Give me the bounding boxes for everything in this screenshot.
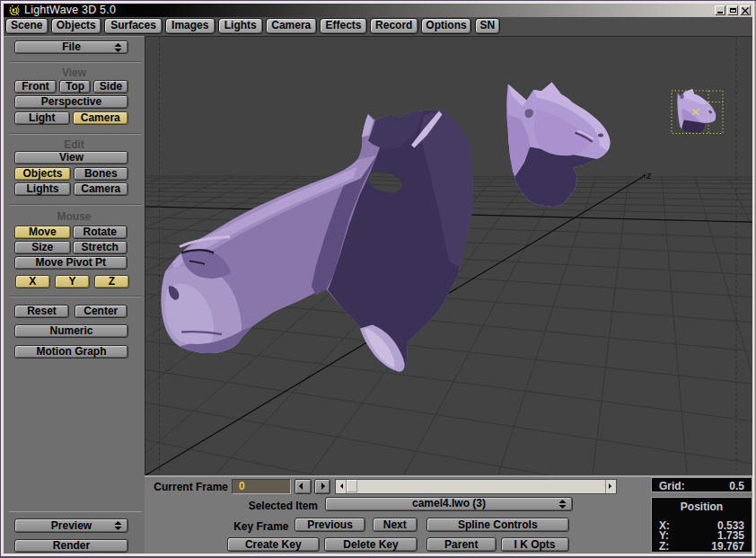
svg-text:+Z: +Z xyxy=(642,172,651,181)
